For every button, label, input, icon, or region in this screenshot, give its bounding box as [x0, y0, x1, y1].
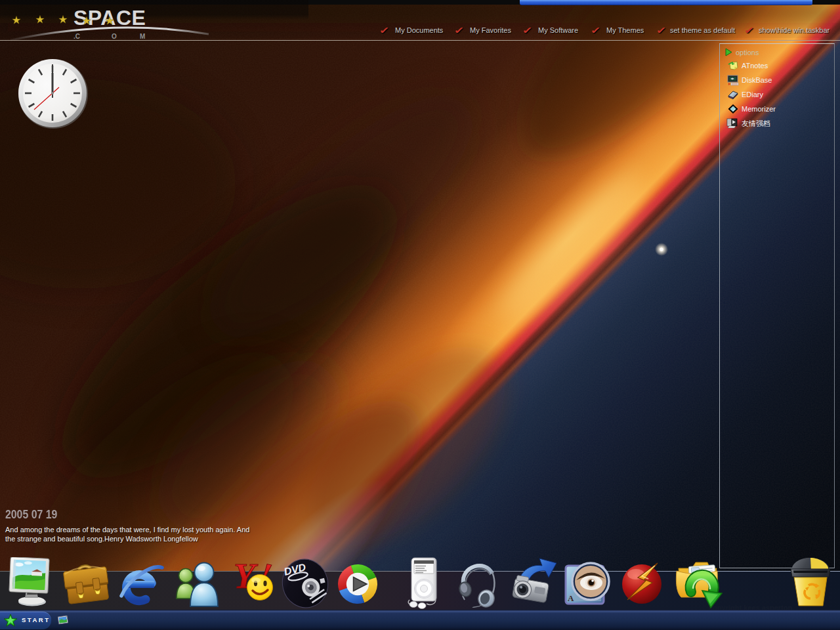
svg-text:A: A [568, 593, 574, 603]
